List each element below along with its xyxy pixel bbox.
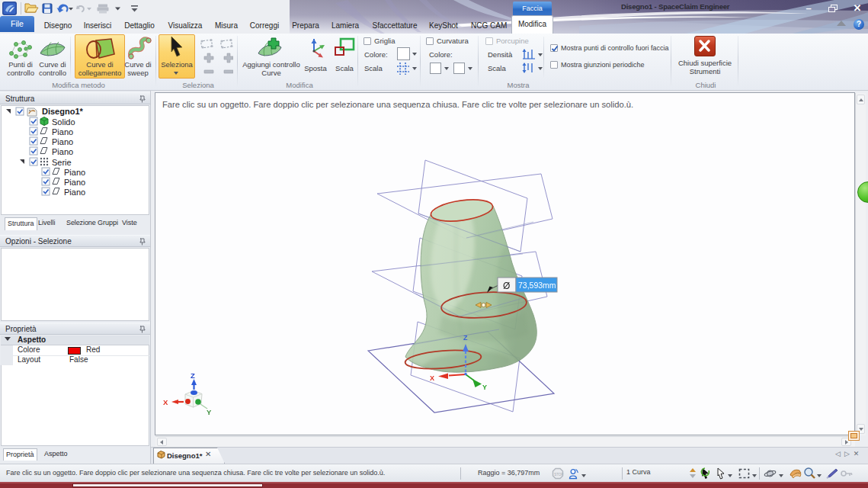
svg-text:Ø: Ø — [503, 281, 510, 291]
svg-text:73,593mm: 73,593mm — [518, 281, 556, 290]
svg-text:Y: Y — [207, 408, 212, 416]
svg-text:X: X — [163, 398, 168, 406]
svg-text:Z: Z — [191, 371, 195, 380]
svg-text:Z: Z — [463, 334, 468, 342]
svg-text:STOP: STOP — [554, 473, 563, 477]
svg-text:Y: Y — [482, 384, 487, 391]
svg-text:X: X — [430, 374, 434, 382]
